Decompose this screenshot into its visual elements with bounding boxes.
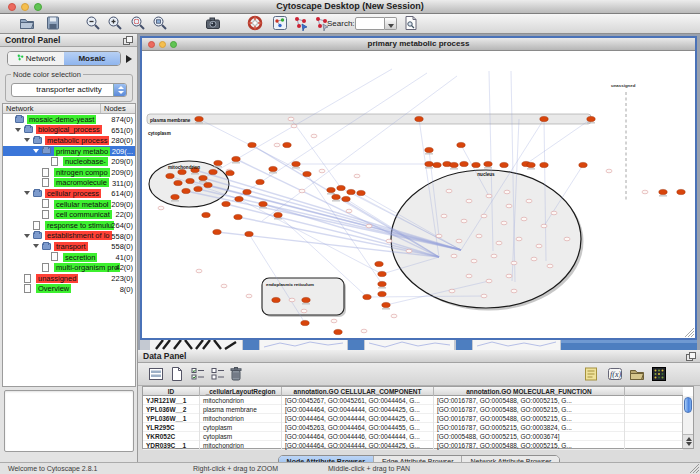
network-node-selected[interactable] (178, 169, 186, 174)
scrollbar-thumb[interactable] (684, 397, 692, 413)
search-options-button[interactable] (402, 15, 420, 33)
zoom-in-button[interactable] (106, 15, 124, 33)
network-node-selected[interactable] (204, 182, 212, 187)
network-node-selected[interactable] (171, 194, 179, 199)
network-node-selected[interactable] (659, 189, 667, 194)
table-cell[interactable]: [GO:0044464, GO:0044444, GO:0044425, G..… (282, 405, 434, 414)
network-node-selected[interactable] (378, 271, 386, 276)
network-node-selected[interactable] (259, 201, 267, 206)
network-node-selected[interactable] (472, 162, 480, 167)
network-node-selected[interactable] (202, 212, 210, 217)
save-session-button[interactable] (44, 15, 62, 33)
birds-eye-view[interactable] (4, 390, 134, 452)
network-node-selected[interactable] (342, 196, 350, 201)
network-node-selected[interactable] (209, 169, 217, 174)
tree-row[interactable]: establishment of lo558(0) (3, 231, 135, 242)
network-node[interactable] (449, 289, 455, 293)
table-cell[interactable]: [GO:0016787, GO:0005488, GO:0005215, G..… (434, 441, 625, 450)
network-node[interactable] (451, 254, 457, 258)
network-node[interactable] (436, 234, 442, 238)
table-cell[interactable]: [GO:0044464, GO:0044444, GO:0044425, G..… (282, 441, 434, 450)
float-panel-icon[interactable] (686, 352, 696, 361)
network-node-selected[interactable] (235, 196, 243, 201)
table-cell[interactable]: plasma membrane (200, 405, 282, 414)
network-node-selected[interactable] (327, 187, 335, 192)
network-node-selected[interactable] (450, 162, 458, 167)
network-node-selected[interactable] (347, 189, 355, 194)
network-node-selected[interactable] (302, 297, 310, 302)
table-cell[interactable]: YLR295C (143, 423, 200, 432)
search-dropdown-button[interactable] (385, 17, 397, 30)
tree-row[interactable]: nucleobase-209(0) (3, 156, 135, 167)
table-cell[interactable]: YPL036W__1 (143, 414, 200, 423)
network-node[interactable] (504, 190, 510, 194)
tab-mosaic[interactable]: Mosaic (64, 52, 120, 65)
new-attribute-button[interactable] (168, 366, 186, 384)
network-node[interactable] (547, 264, 553, 268)
table-cell[interactable]: cytoplasm (200, 423, 282, 432)
column-header[interactable]: _cellularLayoutRegion (200, 387, 282, 396)
network-node-selected[interactable] (182, 188, 190, 193)
network-node[interactable] (491, 254, 497, 258)
network-node[interactable] (466, 274, 472, 278)
tree-row[interactable]: Overview8(0) (3, 284, 135, 295)
network-node-selected[interactable] (378, 291, 386, 296)
network-view-window[interactable]: primary metabolic process plasma membran… (140, 36, 697, 340)
network-node[interactable] (299, 189, 305, 193)
select-all-attributes-button[interactable] (189, 366, 207, 384)
network-node[interactable] (386, 239, 392, 243)
table-vertical-scrollbar[interactable] (682, 396, 693, 448)
network-node[interactable] (642, 190, 648, 194)
attribute-function-button[interactable]: f(x) (606, 366, 624, 384)
network-node-selected[interactable] (484, 161, 492, 166)
tab-network[interactable]: Network (8, 52, 64, 65)
network-node-selected[interactable] (334, 329, 342, 334)
table-cell[interactable]: [GO:0044464, GO:0044444, GO:0044425, G..… (282, 414, 434, 423)
network-node[interactable] (531, 257, 537, 261)
network-node-selected[interactable] (248, 142, 256, 147)
network-node-selected[interactable] (226, 170, 234, 175)
disclosure-triangle-icon[interactable] (24, 234, 30, 238)
table-cell[interactable]: cytoplasm (200, 432, 282, 441)
tree-row[interactable]: response to stimulu264(0) (3, 220, 135, 231)
network-node-selected[interactable] (425, 147, 433, 152)
network-node[interactable] (476, 234, 482, 238)
network-node[interactable] (331, 319, 337, 323)
network-node[interactable] (486, 194, 492, 198)
table-cell[interactable]: YPL036W__2 (143, 405, 200, 414)
network-node[interactable] (311, 134, 317, 138)
network-node[interactable] (564, 237, 570, 241)
scroll-up-icon[interactable] (686, 437, 692, 441)
table-cell[interactable]: [GO:0016787, GO:0005488, GO:0005215, G..… (434, 396, 625, 405)
tree-col-network[interactable]: Network (6, 104, 34, 113)
tree-col-nodes[interactable]: Nodes (104, 104, 126, 113)
network-node[interactable] (511, 289, 517, 293)
tree-row[interactable]: nitrogen compo209(0) (3, 167, 135, 178)
network-node-selected[interactable] (283, 142, 291, 147)
network-node[interactable] (486, 279, 492, 283)
network-node-selected[interactable] (272, 297, 280, 302)
network-node[interactable] (354, 174, 360, 178)
column-header[interactable]: ID (143, 387, 200, 396)
network-node[interactable] (289, 298, 295, 302)
disclosure-triangle-icon[interactable] (33, 244, 39, 248)
network-node-selected[interactable] (232, 156, 240, 161)
network-node-selected[interactable] (375, 261, 383, 266)
scroll-down-icon[interactable] (686, 442, 692, 446)
network-node[interactable] (496, 241, 502, 245)
network-node-selected[interactable] (303, 171, 311, 176)
network-node[interactable] (361, 329, 367, 333)
region-plasma-membrane[interactable] (147, 114, 591, 124)
unselect-all-attributes-button[interactable] (209, 366, 227, 384)
network-node[interactable] (481, 294, 487, 298)
network-node[interactable] (391, 314, 397, 318)
table-row[interactable]: YPL036W__1mitochondrion[GO:0044464, GO:0… (143, 414, 683, 423)
table-cell[interactable]: mitochondrion (200, 414, 282, 423)
table-row[interactable]: YLR295Ccytoplasm[GO:0045263, GO:0044464,… (143, 423, 683, 432)
network-node-selected[interactable] (587, 116, 595, 121)
network-node-selected[interactable] (540, 116, 548, 121)
network-node[interactable] (456, 239, 462, 243)
network-node[interactable] (446, 189, 452, 193)
network-node-selected[interactable] (214, 160, 222, 165)
snapshot-button[interactable] (204, 15, 222, 33)
